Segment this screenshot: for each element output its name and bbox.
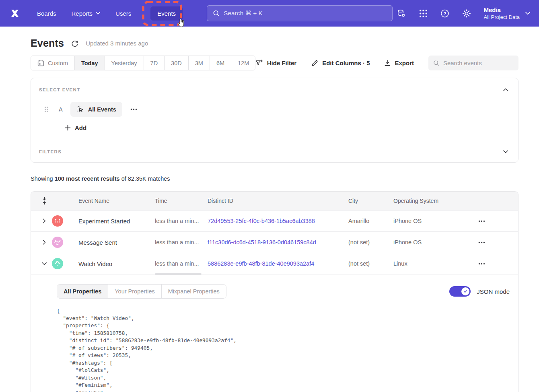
avatar xyxy=(52,215,63,227)
column-header-city[interactable]: City xyxy=(342,198,387,204)
filter-funnel-icon xyxy=(255,60,263,67)
event-name: Message Sent xyxy=(70,239,149,246)
date-range-today[interactable]: Today xyxy=(75,56,105,70)
event-avatar xyxy=(52,215,70,227)
events-table: Event Name Time Distinct ID City Operati… xyxy=(31,191,518,392)
date-range-label: 7D xyxy=(150,60,158,66)
column-header-time[interactable]: Time xyxy=(149,198,201,204)
help-icon[interactable]: ? xyxy=(440,8,450,18)
edit-columns-button[interactable]: Edit Columns · 5 xyxy=(311,60,370,67)
avatar xyxy=(52,237,63,248)
column-header-event-name[interactable]: Event Name xyxy=(70,198,149,204)
search-icon xyxy=(433,60,439,66)
json-mode-toggle[interactable] xyxy=(449,286,471,297)
event-selector-button[interactable]: All Events xyxy=(70,102,122,117)
tab-your-properties[interactable]: Your Properties xyxy=(108,285,161,298)
ellipsis-icon xyxy=(478,241,485,243)
filters-section[interactable]: FILTERS xyxy=(31,141,518,162)
download-icon xyxy=(384,60,391,66)
event-time: less than a min... xyxy=(149,218,201,224)
column-header-distinct-id[interactable]: Distinct ID xyxy=(201,198,342,204)
date-range-label: 3M xyxy=(195,60,203,66)
properties-tabs: All Properties Your Properties Mixpanel … xyxy=(57,284,226,299)
chevron-right-icon xyxy=(43,219,46,223)
hide-filter-button[interactable]: Hide Filter xyxy=(255,60,296,67)
global-search-bar[interactable] xyxy=(207,5,393,21)
hand-cursor-icon xyxy=(177,18,186,29)
add-label: Add xyxy=(75,124,86,131)
nav-menu: Boards Reports Users Events xyxy=(37,6,183,21)
chevron-right-icon xyxy=(43,240,46,245)
row-actions-button[interactable] xyxy=(477,219,487,224)
select-event-section: SELECT EVENT A xyxy=(31,78,518,141)
date-range-7d[interactable]: 7D xyxy=(144,56,165,70)
project-scope: All Project Data xyxy=(483,14,520,21)
ellipsis-icon xyxy=(130,108,137,110)
distinct-id-link[interactable]: f11c30d6-dc6d-4518-9136-0d046159c84d xyxy=(201,239,342,246)
column-header-os[interactable]: Operating System xyxy=(387,198,470,204)
date-range-30d[interactable]: 30D xyxy=(165,56,189,70)
nav-item-events-active[interactable]: Events xyxy=(150,6,183,21)
date-range-12m[interactable]: 12M xyxy=(231,56,255,70)
date-range-6m[interactable]: 6M xyxy=(210,56,231,70)
main-content: Events Updated 3 minutes ago Custom Toda… xyxy=(0,37,539,392)
expand-section-button[interactable] xyxy=(501,147,510,156)
mixpanel-logo-icon[interactable] xyxy=(9,7,21,19)
tab-all-properties[interactable]: All Properties xyxy=(57,285,108,298)
search-events-field[interactable] xyxy=(428,56,518,70)
search-events-input[interactable] xyxy=(443,60,514,66)
nav-item-users[interactable]: Users xyxy=(115,10,131,17)
row-actions-button[interactable] xyxy=(477,261,487,266)
sort-icon[interactable] xyxy=(37,197,52,205)
event-os: Linux xyxy=(387,260,470,267)
nav-item-boards[interactable]: Boards xyxy=(37,10,56,17)
hide-filter-label: Hide Filter xyxy=(267,60,296,66)
avatar-face-icon xyxy=(52,215,63,227)
add-event-button[interactable]: Add xyxy=(65,124,86,131)
event-os: iPhone OS xyxy=(387,239,470,246)
event-json-viewer[interactable]: { "event": "Watch Video", "properties": … xyxy=(57,307,510,392)
refresh-icon[interactable] xyxy=(71,39,79,47)
horizontal-scrollbar[interactable] xyxy=(155,273,202,275)
project-info: Media All Project Data xyxy=(483,6,520,21)
avatar-face-icon xyxy=(52,258,63,269)
distinct-id-link[interactable]: 72d49553-25fc-4f0c-b436-1b5ac6ab3388 xyxy=(201,218,342,224)
distinct-id-link[interactable]: 5886283e-e9fb-48fb-81de-40e9093a2af4 xyxy=(201,260,342,267)
apps-grid-icon[interactable] xyxy=(418,8,428,18)
row-expand-button[interactable] xyxy=(37,240,52,245)
ellipsis-icon xyxy=(478,263,485,265)
data-management-icon[interactable] xyxy=(397,8,406,18)
event-time: less than a min... xyxy=(149,239,201,246)
event-avatar xyxy=(52,258,70,269)
nav-right-controls: ? Media All Project Data xyxy=(397,6,530,21)
nav-item-reports[interactable]: Reports xyxy=(72,10,101,17)
chevron-up-icon xyxy=(503,88,508,91)
date-range-yesterday[interactable]: Yesterday xyxy=(105,56,144,70)
avatar-face-icon xyxy=(52,237,63,248)
event-time: less than a min... xyxy=(149,260,201,267)
date-range-custom[interactable]: Custom xyxy=(31,56,75,70)
settings-gear-icon[interactable] xyxy=(462,8,471,18)
row-collapse-button[interactable] xyxy=(37,262,52,265)
drag-handle-icon[interactable] xyxy=(44,106,48,112)
nav-item-label: Users xyxy=(115,10,131,17)
row-actions-button[interactable] xyxy=(477,240,487,245)
event-city: Amarillo xyxy=(342,218,387,224)
check-icon xyxy=(463,289,468,294)
select-event-label: SELECT EVENT xyxy=(39,87,80,92)
global-search-input[interactable] xyxy=(224,10,387,17)
top-navigation: Boards Reports Users Events xyxy=(0,0,539,27)
event-city: (not set) xyxy=(342,260,387,267)
json-mode-label: JSON mode xyxy=(477,288,510,295)
export-button[interactable]: Export xyxy=(384,60,414,66)
event-query-row: A All Events xyxy=(39,102,510,117)
tab-mixpanel-properties[interactable]: Mixpanel Properties xyxy=(162,285,226,298)
project-switcher[interactable]: Media All Project Data xyxy=(483,6,530,21)
event-row-more-button[interactable] xyxy=(130,108,137,110)
date-range-3m[interactable]: 3M xyxy=(189,56,210,70)
row-expand-button[interactable] xyxy=(37,219,52,223)
results-suffix: of 82.35K matches xyxy=(120,175,170,182)
toolbar: Custom Today Yesterday 7D 30D 3M 6M 12M … xyxy=(31,56,518,70)
query-row-letter: A xyxy=(59,106,63,113)
collapse-section-button[interactable] xyxy=(501,85,510,94)
